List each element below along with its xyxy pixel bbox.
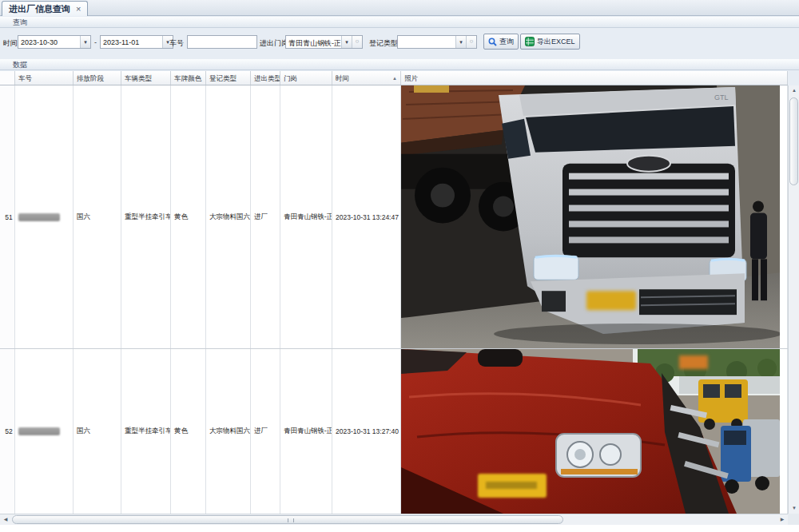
header-right-gap xyxy=(788,71,799,85)
col-header-reg-type[interactable]: 登记类型 xyxy=(206,71,251,85)
search-button-label: 查询 xyxy=(499,37,514,47)
export-button-label: 导出EXCEL xyxy=(537,37,575,47)
tab-bar: 进出厂信息查询 × xyxy=(0,0,799,16)
horizontal-scrollbar[interactable]: ◀ ▶ xyxy=(0,514,788,525)
gate-cell: 青田青山钢铁-正门 xyxy=(280,349,332,514)
in-out-cell: 进厂 xyxy=(251,349,280,514)
chevron-down-icon[interactable]: ▾ xyxy=(455,36,466,48)
reg-type-label: 登记类型 xyxy=(369,38,398,49)
results-grid: 车号 排放阶段 车辆类型 车牌颜色 登记类型 进出类型 门岗 时间 ▲ 照片 5… xyxy=(0,71,788,514)
photo-cell: GTL xyxy=(401,85,788,348)
col-header-gate[interactable]: 门岗 xyxy=(280,71,332,85)
plate-cell xyxy=(15,85,74,348)
table-row[interactable]: 51 国六 重型半挂牵引车 黄色 大宗物料国六车 进厂 青田青山钢铁-正门 20… xyxy=(0,85,788,349)
app-window: 进出厂信息查询 × 查询 时间 2023-10-30 ▾ - 2023-11-0… xyxy=(0,0,799,532)
time-cell: 2023-10-31 13:24:47 xyxy=(332,85,401,348)
truck-photo-red-closeup[interactable] xyxy=(401,349,780,514)
col-header-photo[interactable]: 照片 xyxy=(401,71,788,85)
date-from-picker[interactable]: 2023-10-30 ▾ xyxy=(18,35,91,49)
date-to-picker[interactable]: 2023-11-01 ▾ xyxy=(100,35,173,49)
vehicle-type-cell: 重型半挂牵引车 xyxy=(121,349,171,514)
bottom-strip xyxy=(0,525,799,532)
sort-asc-icon[interactable]: ▲ xyxy=(392,76,397,81)
photo-cell xyxy=(401,349,788,514)
vertical-scrollbar[interactable]: ▲ ▼ xyxy=(788,85,799,514)
scroll-down-icon[interactable]: ▼ xyxy=(789,503,799,514)
in-out-cell: 进厂 xyxy=(251,85,280,348)
col-header-time-label: 时间 xyxy=(336,74,349,82)
clear-circle-icon[interactable]: ○ xyxy=(352,36,362,48)
plate-color-cell: 黄色 xyxy=(171,85,206,348)
data-section-label: 数据 xyxy=(13,61,27,69)
clear-circle-icon[interactable]: ○ xyxy=(466,36,476,48)
date-from-value: 2023-10-30 xyxy=(18,36,80,48)
reg-type-cell: 大宗物料国六车 xyxy=(206,349,251,514)
table-row[interactable]: 52 国六 重型半挂牵引车 黄色 大宗物料国六车 进厂 青田青山钢铁-正门 20… xyxy=(0,349,788,514)
redacted-plate-blur xyxy=(18,427,60,435)
col-header-in-out[interactable]: 进出类型 xyxy=(251,71,280,85)
reg-type-select[interactable]: ▾ ○ xyxy=(397,35,477,49)
gate-selected-value: 青田青山钢铁-正门 xyxy=(286,36,341,48)
col-header-vehicle-type[interactable]: 车辆类型 xyxy=(121,71,171,85)
reg-type-selected-value xyxy=(398,36,455,48)
chevron-down-icon[interactable]: ▾ xyxy=(80,36,90,48)
magnifier-icon xyxy=(488,38,497,46)
search-button[interactable]: 查询 xyxy=(483,34,519,50)
chevron-down-icon[interactable]: ▾ xyxy=(341,36,352,48)
tab-close-icon[interactable]: × xyxy=(76,4,81,14)
vertical-scroll-thumb[interactable] xyxy=(789,97,798,185)
date-to-value: 2023-11-01 xyxy=(101,36,162,48)
row-index: 51 xyxy=(0,85,15,348)
gate-cell: 青田青山钢铁-正门 xyxy=(280,85,332,348)
col-header-time[interactable]: 时间 ▲ xyxy=(332,71,401,85)
plate-input-box xyxy=(187,35,257,49)
emission-cell: 国六 xyxy=(74,85,121,348)
col-header-plate-color[interactable]: 车牌颜色 xyxy=(171,71,206,85)
excel-grid-icon xyxy=(525,37,535,46)
redacted-plate-blur xyxy=(18,213,60,221)
svg-text:GTL: GTL xyxy=(714,93,728,101)
gate-label: 进出门岗 xyxy=(260,38,288,49)
truck-photo-silver-front[interactable]: GTL xyxy=(401,85,780,348)
time-cell: 2023-10-31 13:27:40 xyxy=(332,349,401,514)
date-range-separator: - xyxy=(94,38,97,46)
emission-cell: 国六 xyxy=(74,349,121,514)
scroll-left-icon[interactable]: ◀ xyxy=(0,514,11,525)
query-section-label: 查询 xyxy=(13,18,27,26)
col-header-emission[interactable]: 排放阶段 xyxy=(74,71,121,85)
time-label: 时间 xyxy=(3,38,18,49)
export-excel-button[interactable]: 导出EXCEL xyxy=(520,34,580,50)
grid-header-row: 车号 排放阶段 车辆类型 车牌颜色 登记类型 进出类型 门岗 时间 ▲ 照片 xyxy=(0,71,788,85)
reg-type-cell: 大宗物料国六车 xyxy=(206,85,251,348)
query-section-band: 查询 xyxy=(0,17,799,28)
scroll-right-icon[interactable]: ▶ xyxy=(777,514,788,525)
plate-label: 车号 xyxy=(169,38,184,49)
tab-entry-exit-query[interactable]: 进出厂信息查询 × xyxy=(2,1,88,16)
plate-cell xyxy=(15,349,74,514)
plate-color-cell: 黄色 xyxy=(171,349,206,514)
query-toolbar: 时间 2023-10-30 ▾ - 2023-11-01 ▾ 车号 进出门岗 青… xyxy=(0,28,799,59)
tab-title: 进出厂信息查询 xyxy=(9,3,70,15)
col-header-plate[interactable]: 车号 xyxy=(15,71,74,85)
plate-input[interactable] xyxy=(188,36,256,48)
col-header-rownum[interactable] xyxy=(0,71,15,85)
scrollbar-corner xyxy=(788,514,799,525)
scroll-up-icon[interactable]: ▲ xyxy=(789,85,799,96)
horizontal-scroll-thumb[interactable] xyxy=(12,515,563,524)
data-section-band: 数据 xyxy=(0,59,799,70)
vehicle-type-cell: 重型半挂牵引车 xyxy=(121,85,171,348)
row-index: 52 xyxy=(0,349,15,514)
scroll-grip xyxy=(288,518,294,522)
gate-select[interactable]: 青田青山钢铁-正门 ▾ ○ xyxy=(285,35,363,49)
